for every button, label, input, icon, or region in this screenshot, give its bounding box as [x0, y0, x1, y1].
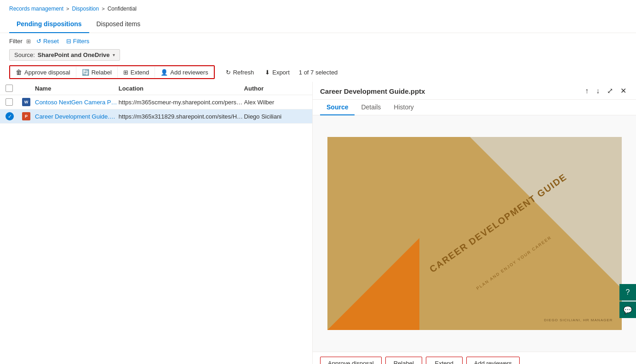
breadcrumb-sep-2: >: [102, 6, 104, 11]
row1-location: https://m365scmeur-my.sharepoint.com/per…: [119, 99, 244, 106]
export-icon: ⬇: [265, 69, 270, 76]
header-check: [6, 85, 22, 92]
row2-location: https://m365x311829.sharepoint.com/sites…: [119, 113, 244, 120]
reset-button[interactable]: ↺ Reset: [34, 37, 61, 46]
column-header-author[interactable]: Author: [244, 85, 307, 92]
row1-check-cell: [6, 98, 22, 106]
filters-label: Filters: [73, 38, 89, 45]
row1-icon-cell: W: [22, 98, 35, 106]
reset-icon: ↺: [36, 38, 41, 45]
row2-icon-cell: P: [22, 112, 35, 120]
nav-up-button[interactable]: ↑: [583, 86, 591, 96]
extend-label: Extend: [131, 69, 149, 76]
triangle-top-right: [470, 137, 622, 289]
selection-info: 1 of 7 selected: [299, 69, 338, 76]
pptx-slide-preview: CAREER DEVELOPMENT GUIDE PLAN AND ENJOY …: [327, 137, 622, 330]
row1-name[interactable]: Contoso NextGen Camera Product Pla...: [35, 99, 119, 106]
detail-tab-source[interactable]: Source: [320, 100, 355, 115]
chevron-down-icon: ▾: [113, 52, 115, 57]
footer-extend-button[interactable]: Extend: [426, 357, 463, 364]
filter-funnel-icon: ⊞: [26, 38, 31, 45]
slide-author-line: DIEGO SICILIANI, HR MANAGER: [544, 318, 613, 322]
detail-tab-details[interactable]: Details: [355, 100, 387, 115]
triangle-bottom-left: [327, 238, 419, 330]
detail-title: Career Development Guide.pptx: [320, 87, 425, 95]
relabel-label: Relabel: [92, 69, 112, 76]
action-group-primary: 🗑 Approve disposal 🔄 Relabel ⊞ Extend 👤 …: [9, 65, 215, 79]
column-header-location[interactable]: Location: [119, 85, 244, 92]
breadcrumb-records-management[interactable]: Records management: [9, 6, 63, 12]
add-reviewers-button[interactable]: 👤 Add reviewers: [155, 67, 213, 78]
nav-down-button[interactable]: ↓: [594, 86, 602, 96]
row2-name[interactable]: Career Development Guide.pptx: [35, 113, 119, 120]
close-button[interactable]: ✕: [618, 86, 629, 96]
refresh-label: Refresh: [233, 69, 254, 76]
add-reviewers-label: Add reviewers: [170, 69, 208, 76]
list-item[interactable]: W Contoso NextGen Camera Product Pla... …: [0, 95, 312, 109]
reset-label: Reset: [43, 38, 59, 45]
approve-icon: 🗑: [16, 68, 22, 76]
action-bar-right: ↻ Refresh ⬇ Export 1 of 7 selected: [220, 67, 338, 78]
extend-icon: ⊞: [123, 69, 128, 76]
expand-button[interactable]: ⤢: [605, 86, 615, 96]
chat-icon-button[interactable]: 💬: [619, 301, 636, 318]
row2-author: Diego Siciliani: [244, 113, 307, 120]
row1-author: Alex Wilber: [244, 99, 307, 106]
row2-checkbox-checked[interactable]: ✓: [6, 112, 14, 120]
footer-approve-button[interactable]: Approve disposal: [320, 357, 382, 364]
list-body: W Contoso NextGen Camera Product Pla... …: [0, 95, 312, 364]
source-pill-value: SharePoint and OneDrive: [38, 51, 110, 58]
detail-pane: Career Development Guide.pptx ↑ ↓ ⤢ ✕ So…: [313, 82, 636, 364]
help-icon-button[interactable]: ?: [619, 284, 636, 301]
filter-row: Filter ⊞ ↺ Reset ⊟ Filters: [9, 37, 627, 46]
column-header-name[interactable]: Name: [35, 85, 119, 92]
header-checkbox[interactable]: [6, 85, 13, 92]
tabs-bar: Pending dispositions Disposed items: [0, 16, 636, 33]
preview-container: CAREER DEVELOPMENT GUIDE PLAN AND ENJOY …: [313, 115, 636, 352]
relabel-icon: 🔄: [82, 69, 89, 76]
footer-relabel-button[interactable]: Relabel: [385, 357, 422, 364]
refresh-icon: ↻: [226, 69, 231, 76]
approve-label: Approve disposal: [24, 69, 70, 76]
detail-tabs: Source Details History: [313, 100, 636, 115]
detail-header: Career Development Guide.pptx ↑ ↓ ⤢ ✕: [313, 82, 636, 100]
relabel-button[interactable]: 🔄 Relabel: [76, 67, 117, 78]
slide-background: CAREER DEVELOPMENT GUIDE PLAN AND ENJOY …: [327, 137, 622, 330]
detail-content: CAREER DEVELOPMENT GUIDE PLAN AND ENJOY …: [313, 115, 636, 352]
breadcrumb-disposition[interactable]: Disposition: [72, 6, 99, 12]
breadcrumb-current: Confidential: [108, 6, 137, 12]
export-label: Export: [272, 69, 290, 76]
word-icon: W: [22, 98, 30, 106]
list-item[interactable]: ✓ P Career Development Guide.pptx https:…: [0, 109, 312, 124]
row2-check-cell: ✓: [6, 112, 22, 120]
tab-pending-dispositions[interactable]: Pending dispositions: [9, 16, 89, 33]
filters-button[interactable]: ⊟ Filters: [64, 37, 91, 46]
approve-disposal-button[interactable]: 🗑 Approve disposal: [10, 66, 76, 78]
main-area: Name Location Author W Contoso NextGen C…: [0, 82, 636, 364]
filters-icon: ⊟: [66, 38, 71, 45]
footer-add-reviewers-button[interactable]: Add reviewers: [466, 357, 520, 364]
source-pill-label: Source:: [14, 51, 35, 58]
export-button[interactable]: ⬇ Export: [259, 67, 295, 78]
detail-footer: Approve disposal Relabel Extend Add revi…: [313, 352, 636, 364]
breadcrumb: Records management > Disposition > Confi…: [0, 0, 636, 16]
breadcrumb-sep-1: >: [66, 6, 69, 11]
tab-disposed-items[interactable]: Disposed items: [89, 16, 148, 33]
ppt-icon: P: [22, 112, 30, 120]
row1-checkbox[interactable]: [6, 98, 13, 106]
extend-button[interactable]: ⊞ Extend: [118, 67, 155, 78]
refresh-button[interactable]: ↻ Refresh: [220, 67, 260, 78]
detail-nav: ↑ ↓ ⤢ ✕: [583, 86, 629, 96]
toolbar-area: Filter ⊞ ↺ Reset ⊟ Filters Source: Share…: [0, 33, 636, 82]
filter-label: Filter: [9, 38, 23, 45]
list-header: Name Location Author: [0, 82, 312, 95]
list-pane: Name Location Author W Contoso NextGen C…: [0, 82, 313, 364]
detail-tab-history[interactable]: History: [387, 100, 420, 115]
add-reviewers-icon: 👤: [160, 69, 168, 76]
source-pill[interactable]: Source: SharePoint and OneDrive ▾: [9, 49, 120, 61]
side-icons: ? 💬: [619, 284, 636, 318]
